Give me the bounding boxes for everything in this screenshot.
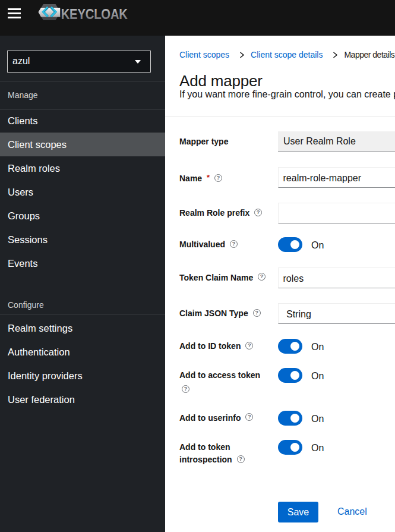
svg-text:KEYCLOAK: KEYCLOAK [61, 7, 128, 23]
